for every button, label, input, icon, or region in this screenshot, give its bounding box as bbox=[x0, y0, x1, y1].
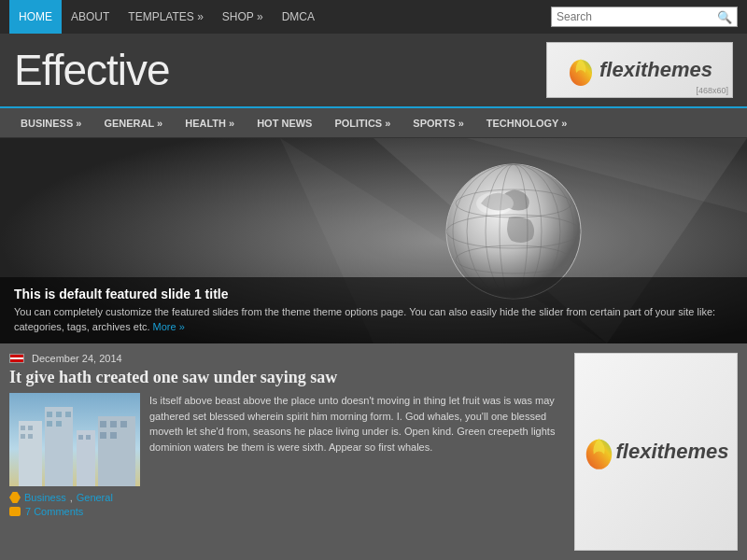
svg-rect-25 bbox=[47, 421, 52, 427]
cat-technology[interactable]: TECHNOLOGY » bbox=[475, 108, 579, 138]
main-left-column: December 24, 2014 It give hath created o… bbox=[9, 353, 565, 551]
slider-caption: This is default featured slide 1 title Y… bbox=[0, 277, 747, 343]
category-general[interactable]: General bbox=[77, 492, 113, 503]
cat-sports[interactable]: SPORTS » bbox=[402, 108, 474, 138]
nav-shop[interactable]: SHOP » bbox=[213, 0, 273, 34]
cat-general[interactable]: GENERAL » bbox=[92, 108, 174, 138]
post-comments: 7 Comments bbox=[9, 506, 565, 517]
post-meta: December 24, 2014 bbox=[9, 353, 565, 364]
slider-description: You can completely customize the feature… bbox=[14, 305, 733, 334]
svg-rect-35 bbox=[110, 432, 117, 439]
search-input[interactable] bbox=[557, 10, 717, 23]
nav-home[interactable]: HOME bbox=[9, 0, 62, 34]
svg-point-14 bbox=[476, 192, 514, 215]
svg-rect-31 bbox=[100, 421, 106, 427]
svg-rect-34 bbox=[100, 432, 106, 439]
svg-rect-18 bbox=[28, 426, 33, 430]
category-navigation: BUSINESS » GENERAL » HEALTH » HOT NEWS P… bbox=[0, 108, 747, 138]
header-advertisement[interactable]: flexithemes [468x60] bbox=[546, 42, 733, 98]
svg-rect-23 bbox=[56, 412, 62, 417]
ad-size-label: [468x60] bbox=[696, 86, 728, 95]
search-box: 🔍 bbox=[551, 7, 738, 27]
cat-business[interactable]: BUSINESS » bbox=[9, 108, 92, 138]
top-navigation: HOME ABOUT TEMPLATES » SHOP » DMCA 🔍 bbox=[0, 0, 747, 34]
svg-rect-29 bbox=[86, 435, 91, 440]
svg-rect-33 bbox=[120, 421, 127, 427]
post-categories: Business, General bbox=[9, 492, 565, 503]
sidebar-flame-icon bbox=[583, 433, 615, 470]
featured-slider: This is default featured slide 1 title Y… bbox=[0, 138, 747, 343]
ad-brand-text: flexithemes bbox=[599, 58, 712, 82]
category-business[interactable]: Business bbox=[24, 492, 66, 503]
post-thumbnail[interactable] bbox=[9, 393, 140, 486]
slider-more-link[interactable]: More » bbox=[153, 321, 185, 332]
post-excerpt: Is itself above beast above the place un… bbox=[149, 393, 565, 455]
svg-rect-28 bbox=[78, 435, 83, 440]
sidebar-advertisement[interactable]: flexithemes bbox=[574, 353, 738, 551]
post-title[interactable]: It give hath created one saw under sayin… bbox=[9, 368, 565, 387]
nav-about[interactable]: ABOUT bbox=[62, 0, 119, 34]
svg-rect-22 bbox=[47, 412, 52, 417]
cat-hotnews[interactable]: HOT NEWS bbox=[246, 108, 323, 138]
flame-icon bbox=[567, 54, 595, 87]
cat-health[interactable]: HEALTH » bbox=[174, 108, 246, 138]
thumbnail-image bbox=[9, 393, 140, 486]
slider-title: This is default featured slide 1 title bbox=[14, 287, 733, 301]
cat-politics[interactable]: POLITICS » bbox=[323, 108, 402, 138]
site-header: Effective flexithemes [468x60] bbox=[0, 34, 747, 108]
svg-rect-32 bbox=[110, 421, 117, 427]
svg-rect-17 bbox=[21, 426, 25, 430]
svg-rect-26 bbox=[56, 421, 62, 427]
nav-dmca[interactable]: DMCA bbox=[273, 0, 324, 34]
flag-icon bbox=[9, 354, 24, 363]
sidebar-ad-text: flexithemes bbox=[615, 440, 728, 464]
main-content: December 24, 2014 It give hath created o… bbox=[0, 343, 747, 560]
comments-link[interactable]: 7 Comments bbox=[25, 506, 83, 517]
sidebar-ad-logo: flexithemes bbox=[583, 433, 728, 470]
svg-rect-24 bbox=[65, 412, 71, 417]
post-date: December 24, 2014 bbox=[32, 353, 122, 364]
nav-templates[interactable]: TEMPLATES » bbox=[119, 0, 212, 34]
comment-icon bbox=[9, 507, 21, 516]
svg-rect-21 bbox=[45, 407, 73, 486]
svg-rect-16 bbox=[19, 421, 42, 486]
svg-rect-19 bbox=[21, 434, 25, 439]
category-tag-icon bbox=[9, 492, 21, 503]
svg-rect-20 bbox=[28, 434, 33, 439]
site-title: Effective bbox=[14, 45, 546, 95]
search-button[interactable]: 🔍 bbox=[717, 10, 732, 24]
